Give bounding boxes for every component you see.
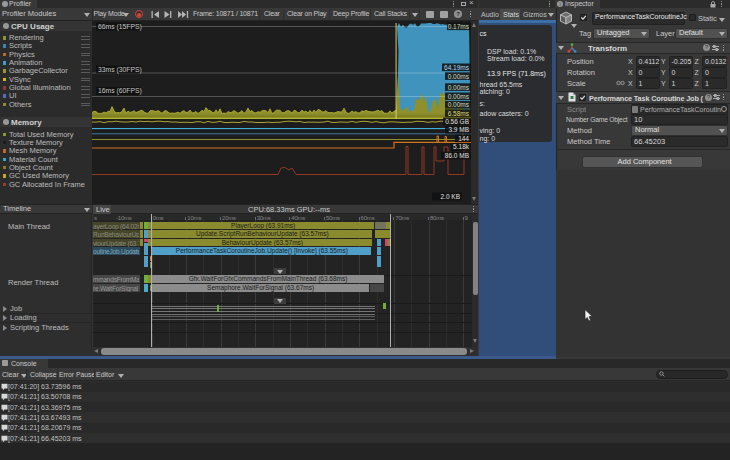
- svg-text:0.00ms: 0.00ms: [448, 73, 470, 80]
- svg-text:0.56 GB: 0.56 GB: [445, 118, 469, 125]
- svg-text:144: 144: [458, 135, 469, 142]
- svg-text:6.58ms: 6.58ms: [448, 110, 470, 117]
- svg-text:66ms (15FPS): 66ms (15FPS): [98, 23, 142, 31]
- svg-text:64.19ms: 64.19ms: [444, 64, 470, 71]
- svg-text:0.00ms: 0.00ms: [448, 84, 470, 91]
- svg-text:16ms (60FPS): 16ms (60FPS): [98, 87, 142, 95]
- svg-text:3.9 MB: 3.9 MB: [448, 126, 469, 133]
- svg-text:0.17ms: 0.17ms: [448, 23, 470, 30]
- svg-text:86.0 MB: 86.0 MB: [445, 152, 469, 159]
- svg-text:2.0 KB: 2.0 KB: [440, 193, 460, 200]
- svg-text:33ms (30FPS): 33ms (30FPS): [98, 66, 142, 74]
- svg-text:0.00ms: 0.00ms: [448, 101, 470, 108]
- svg-text:5.18k: 5.18k: [453, 143, 470, 150]
- svg-text:0.00ms: 0.00ms: [448, 93, 470, 100]
